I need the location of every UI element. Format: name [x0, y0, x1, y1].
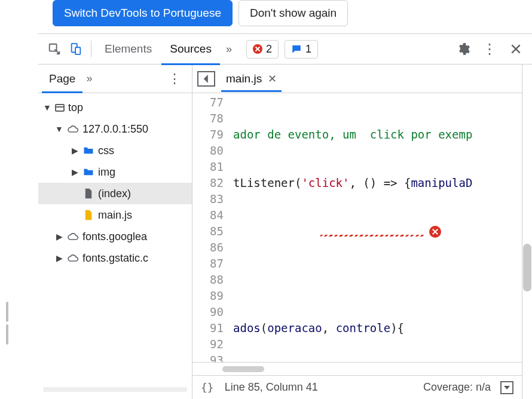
errors-pill[interactable]: 2 — [246, 40, 279, 59]
code-editor: main.js ✕ 777879808182838485868788899091… — [192, 65, 522, 399]
sidebar-tabs: Page » ⋮ — [38, 65, 192, 93]
code-area[interactable]: 7778798081828384858687888990919293 ador … — [192, 93, 522, 362]
tree-label: fonts.gstatic.c — [82, 252, 148, 265]
coverage-dropdown-icon[interactable] — [500, 381, 513, 394]
file-icon — [82, 188, 94, 200]
line-gutter: 7778798081828384858687888990919293 — [192, 93, 230, 362]
toggle-navigator-icon[interactable] — [197, 71, 215, 87]
inline-error-icon[interactable] — [429, 226, 441, 238]
devtools-window: Switch DevTools to Portuguese Don't show… — [38, 0, 532, 399]
cloud-icon — [67, 252, 79, 264]
tree-file-mainjs[interactable]: main.js — [38, 204, 192, 226]
switch-language-button[interactable]: Switch DevTools to Portuguese — [53, 0, 233, 26]
tree-host[interactable]: ▼ 127.0.0.1:550 — [38, 118, 192, 140]
inspect-element-icon[interactable] — [44, 39, 65, 59]
more-tabs-chevron[interactable]: » — [221, 43, 237, 56]
svg-rect-2 — [75, 47, 80, 54]
kebab-menu-icon[interactable]: ⋮ — [479, 39, 500, 59]
tab-sources[interactable]: Sources — [161, 34, 220, 64]
tree-label: top — [68, 102, 83, 114]
chevron-right-icon: ▶ — [55, 232, 63, 241]
close-icon[interactable] — [506, 39, 526, 59]
main-split: Page » ⋮ ▼ top ▼ 127.0.0.1:550 ▶ — [38, 65, 532, 399]
file-tab-label: main.js — [226, 72, 262, 85]
status-bar: {} Line 85, Column 41 Coverage: n/a — [192, 375, 522, 399]
close-tab-icon[interactable]: ✕ — [268, 72, 277, 85]
editor-tabbar: main.js ✕ — [192, 65, 522, 93]
tree-folder-img[interactable]: ▶ img — [38, 161, 192, 183]
sidebar-more-chevron[interactable]: » — [82, 72, 96, 85]
window-icon — [55, 104, 65, 112]
separator — [91, 41, 91, 57]
error-icon — [253, 44, 262, 54]
messages-pill[interactable]: 1 — [285, 40, 318, 59]
chevron-right-icon: ▶ — [55, 253, 63, 263]
folder-icon — [82, 145, 94, 156]
code-content[interactable]: ador de evento, um click por exemp tList… — [230, 93, 522, 362]
tree-label: fonts.googlea — [82, 231, 147, 243]
tree-host-googlefonts[interactable]: ▶ fonts.googlea — [38, 226, 192, 247]
folder-icon — [82, 166, 94, 178]
tree-label: 127.0.0.1:550 — [82, 123, 148, 136]
coverage-label: Coverage: n/a — [423, 381, 491, 394]
main-toolbar: Elements Sources » 2 1 ⋮ — [38, 33, 532, 65]
sidebar-kebab-icon[interactable]: ⋮ — [161, 71, 188, 87]
tree-file-index[interactable]: (index) — [38, 183, 192, 204]
dismiss-banner-button[interactable]: Don't show again — [239, 0, 348, 26]
sidebar-h-scroll[interactable] — [43, 387, 187, 392]
file-tree: ▼ top ▼ 127.0.0.1:550 ▶ css ▶ im — [38, 93, 192, 272]
tree-top[interactable]: ▼ top — [38, 97, 192, 118]
language-banner: Switch DevTools to Portuguese Don't show… — [38, 0, 532, 33]
error-count: 2 — [266, 43, 272, 56]
tree-host-gstatic[interactable]: ▶ fonts.gstatic.c — [38, 247, 192, 269]
cursor-position: Line 85, Column 41 — [225, 381, 318, 394]
message-count: 1 — [305, 43, 311, 56]
file-tab-mainjs[interactable]: main.js ✕ — [221, 66, 282, 91]
right-gutter — [522, 65, 532, 399]
tree-label: img — [98, 166, 115, 179]
cloud-icon — [67, 231, 79, 243]
tree-label: main.js — [98, 209, 132, 222]
chevron-right-icon: ▶ — [71, 167, 79, 177]
vertical-scrollbar[interactable] — [523, 244, 531, 291]
tree-label: (index) — [98, 188, 131, 200]
chevron-down-icon: ▼ — [43, 103, 51, 112]
chevron-down-icon: ▼ — [55, 124, 63, 134]
settings-icon[interactable] — [453, 39, 473, 59]
left-gutter-marks — [6, 302, 8, 345]
tree-folder-css[interactable]: ▶ css — [38, 140, 192, 161]
js-file-icon — [82, 209, 94, 221]
message-icon — [291, 44, 302, 54]
editor-h-scroll[interactable] — [192, 362, 522, 375]
device-toggle-icon[interactable] — [66, 39, 86, 59]
tree-label: css — [98, 145, 114, 157]
sidebar-tab-page[interactable]: Page — [42, 65, 82, 93]
tab-elements[interactable]: Elements — [96, 34, 160, 64]
error-squiggle — [320, 235, 425, 237]
chevron-right-icon: ▶ — [71, 146, 79, 155]
pretty-print-icon[interactable]: {} — [201, 381, 214, 394]
navigator-sidebar: Page » ⋮ ▼ top ▼ 127.0.0.1:550 ▶ — [38, 65, 192, 399]
cloud-icon — [67, 123, 79, 135]
